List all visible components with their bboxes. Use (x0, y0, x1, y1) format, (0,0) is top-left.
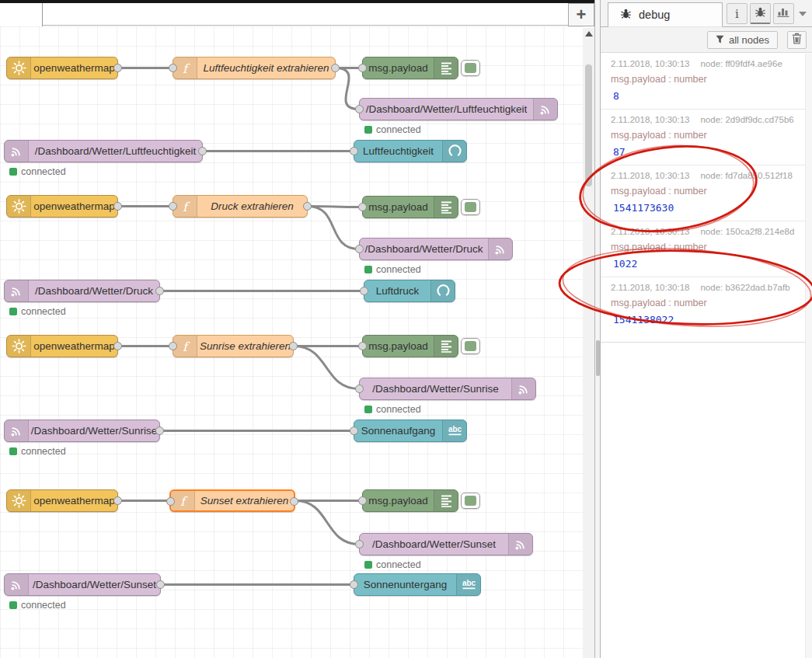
node-function[interactable]: fLuftfeuchtigkeit extrahieren (173, 57, 336, 79)
debug-message-node-id: node: b3622dad.b7afb (700, 283, 789, 292)
debug-message-meta: 2.11.2018, 10:30:13node: ff09fdf4.ae96e (611, 59, 799, 68)
dashboard-tab-button[interactable] (773, 3, 794, 24)
node-status: connected (364, 264, 421, 275)
node-openweathermap[interactable]: openweathermap (6, 195, 118, 218)
node-text[interactable]: Sonnenaufgangabc (354, 420, 467, 442)
node-red-editor: + openweathermapfLuftfeuchtigkeit extrah… (0, 0, 812, 658)
output-port[interactable] (289, 342, 298, 350)
node-debug[interactable]: msg.payload (362, 57, 458, 79)
node-label: openweathermap (31, 490, 117, 511)
input-port[interactable] (166, 497, 175, 506)
node-gauge[interactable]: Luftfeuchtigkeit (354, 140, 467, 162)
output-port[interactable] (331, 64, 340, 72)
node-openweathermap[interactable]: openweathermap (6, 57, 118, 79)
node-mqtt-in[interactable]: /Dashboard/Wetter/Sunrise (4, 420, 160, 442)
node-label: Luftdruck (364, 280, 430, 301)
debug-toggle-button[interactable] (461, 338, 480, 354)
output-port[interactable] (155, 426, 164, 435)
tab-debug[interactable]: debug (608, 2, 723, 27)
node-text[interactable]: Sonnenuntergangabc (354, 573, 481, 596)
node-label: Druck extrahieren (197, 196, 307, 217)
node-openweathermap[interactable]: openweathermap (6, 489, 118, 512)
node-debug[interactable]: msg.payload (362, 335, 458, 357)
broadcast-icon (508, 534, 532, 555)
output-port[interactable] (303, 202, 312, 211)
debug-message-node-id: node: 2d9df9dc.cd75b6 (700, 115, 793, 124)
status-label: connected (21, 166, 66, 177)
debug-message-value: 1022 (611, 258, 799, 270)
debug-message-value: 1541173630 (611, 202, 799, 214)
node-mqtt-out[interactable]: /Dashboard/Wetter/Druck (359, 238, 513, 260)
svg-text:abc: abc (462, 579, 476, 587)
node-label: msg.payload (363, 197, 434, 218)
status-label: connected (376, 559, 421, 570)
node-label: /Dashboard/Wetter/Sunrise (360, 378, 511, 399)
add-flow-button[interactable]: + (568, 3, 594, 26)
debug-scrollbar-thumb[interactable] (596, 340, 600, 376)
input-port[interactable] (355, 245, 364, 253)
node-status: connected (364, 124, 421, 135)
debug-message: 2.11.2018, 10:30:13node: 150ca2f8.214e8d… (601, 221, 805, 277)
node-mqtt-out[interactable]: /Dashboard/Wetter/Sunset (359, 533, 533, 555)
output-port[interactable] (113, 202, 122, 211)
input-port[interactable] (169, 342, 177, 350)
output-port[interactable] (198, 147, 207, 155)
debug-message-property: msg.payload : number (611, 298, 799, 308)
output-port[interactable] (155, 287, 164, 295)
node-openweathermap[interactable]: openweathermap (6, 335, 118, 357)
broadcast-icon (5, 280, 29, 301)
input-port[interactable] (358, 342, 367, 350)
output-port[interactable] (156, 580, 165, 589)
output-port[interactable] (290, 497, 298, 506)
input-port[interactable] (355, 105, 364, 113)
status-label: connected (376, 404, 421, 415)
debug-filter-button[interactable]: all nodes (707, 31, 778, 49)
node-function[interactable]: fDruck extrahieren (173, 195, 308, 218)
status-label: connected (21, 306, 66, 317)
node-debug[interactable]: msg.payload (362, 196, 458, 218)
node-mqtt-in[interactable]: /Dashboard/Wetter/Sunset (4, 573, 161, 596)
debug-message-property: msg.payload : number (611, 74, 799, 85)
sidebar-resize-handle[interactable] (594, 0, 601, 658)
debug-message: 2.11.2018, 10:30:13node: 2d9df9dc.cd75b6… (601, 110, 805, 165)
input-port[interactable] (360, 287, 368, 295)
node-function-selected[interactable]: fSunset extrahieren (169, 489, 295, 512)
input-port[interactable] (350, 147, 358, 155)
node-function[interactable]: fSunrise extrahieren (173, 335, 294, 357)
text-abc-icon: abc (442, 420, 466, 441)
node-mqtt-in[interactable]: /Dashboard/Wetter/Luftfeuchtigkeit (4, 140, 203, 162)
sun-icon (7, 57, 31, 78)
output-port[interactable] (113, 64, 122, 72)
output-port[interactable] (113, 496, 122, 505)
input-port[interactable] (169, 64, 177, 72)
input-port[interactable] (355, 540, 364, 548)
svg-text:f: f (183, 339, 190, 353)
input-port[interactable] (355, 385, 364, 393)
node-mqtt-in[interactable]: /Dashboard/Wetter/Druck (4, 280, 160, 302)
node-gauge[interactable]: Luftdruck (364, 280, 455, 302)
input-port[interactable] (358, 496, 367, 505)
debug-list-icon (434, 197, 458, 218)
input-port[interactable] (350, 426, 358, 435)
node-debug[interactable]: msg.payload (362, 489, 458, 512)
debug-message-meta: 2.11.2018, 10:30:13node: fd7da850.512f18 (611, 171, 799, 180)
status-label: connected (21, 446, 66, 457)
debug-toggle-button[interactable] (461, 60, 480, 76)
output-port[interactable] (113, 342, 122, 350)
sidebar-menu-button[interactable] (796, 3, 808, 24)
input-port[interactable] (358, 203, 367, 211)
debug-tab-button[interactable] (750, 3, 771, 24)
input-port[interactable] (169, 202, 177, 211)
node-label: /Dashboard/Wetter/Luftfeuchtigkeit (360, 99, 533, 120)
debug-message-value: 87 (611, 146, 799, 158)
node-mqtt-out[interactable]: /Dashboard/Wetter/Luftfeuchtigkeit (359, 98, 558, 120)
debug-toggle-button[interactable] (461, 493, 480, 509)
input-port[interactable] (358, 64, 367, 72)
info-tab-button[interactable]: i (727, 3, 748, 24)
node-mqtt-out[interactable]: /Dashboard/Wetter/Sunrise (359, 378, 536, 400)
debug-message: 2.11.2018, 10:30:13node: ff09fdf4.ae96em… (601, 54, 805, 110)
input-port[interactable] (350, 580, 358, 589)
clear-debug-button[interactable] (787, 31, 807, 49)
debug-toggle-button[interactable] (461, 199, 480, 215)
node-label: /Dashboard/Wetter/Sunset (29, 574, 160, 595)
